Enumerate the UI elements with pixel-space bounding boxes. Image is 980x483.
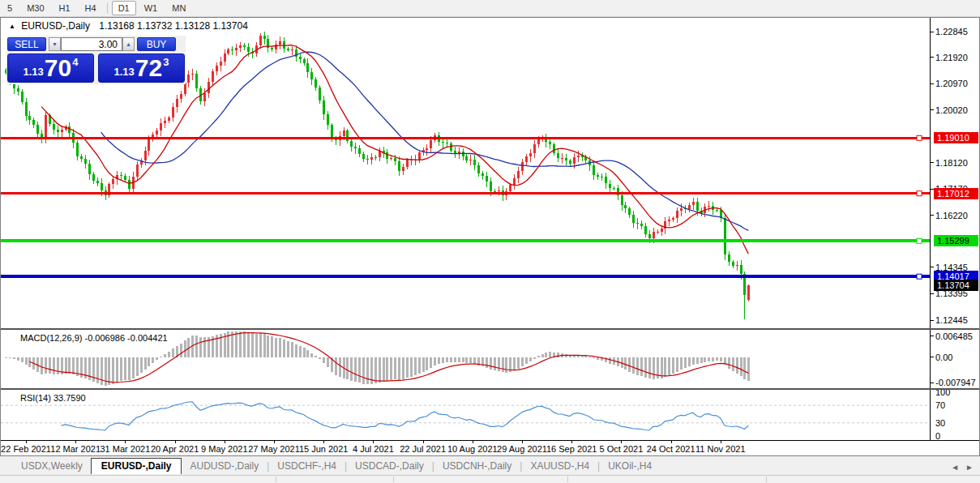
price-axis-tick <box>931 320 934 321</box>
date-axis-tick <box>721 441 721 443</box>
date-axis-tick <box>274 441 275 443</box>
timeframe-button-mn[interactable]: MN <box>165 1 192 15</box>
rsi-axis-tick-label: 30 <box>935 418 945 428</box>
date-axis-label: 12 Mar 2021 <box>47 444 104 454</box>
volume-increase-button[interactable]: ▲ <box>122 37 135 51</box>
timeframe-button-m30[interactable]: M30 <box>20 1 50 15</box>
date-axis-tick <box>175 441 176 443</box>
price-axis-tick <box>931 215 934 216</box>
timeframe-button-d1[interactable]: D1 <box>112 1 136 15</box>
chart-symbol-period: EURUSD-,Daily <box>21 20 90 32</box>
symbol-tab-audusd-daily[interactable]: AUDUSD-,Daily <box>182 458 267 474</box>
date-axis-label: 24 Oct 2021 <box>643 444 700 454</box>
date-axis-tick <box>26 441 27 443</box>
date-axis-label: 15 Jun 2021 <box>295 444 352 454</box>
rsi-canvas[interactable] <box>1 391 930 440</box>
symbol-tab-xauusd-h4[interactable]: XAUUSD-,H4 <box>522 458 597 474</box>
status-bar-divider <box>393 477 394 482</box>
symbol-tab-ukoil-h4[interactable]: UKOil-,H4 <box>600 458 660 474</box>
date-axis-label: 4 Jul 2021 <box>344 444 401 454</box>
macd-axis-tick <box>931 336 934 336</box>
buy-price-point: 3 <box>163 56 169 68</box>
price-axis-tick-label: 1.20020 <box>935 105 968 115</box>
price-axis-tick <box>931 293 934 294</box>
price-axis-tick-label: 1.12445 <box>935 315 968 325</box>
date-axis-tick <box>671 441 672 443</box>
price-axis[interactable]: 1.228451.219201.209701.200201.181201.171… <box>930 18 979 455</box>
timeframe-button-w1[interactable]: W1 <box>138 1 165 15</box>
price-axis-tick-label: 1.20970 <box>935 79 968 88</box>
tab-scroll-right-icon[interactable]: ► <box>962 463 977 472</box>
rsi-indicator-label: RSI(14) 33.7590 <box>20 393 86 403</box>
hline-price-label: 1.17012 <box>934 188 978 199</box>
status-bar-divider <box>567 477 568 482</box>
date-axis-label: 20 Apr 2021 <box>147 444 203 454</box>
date-axis-tick <box>423 441 424 443</box>
macd-axis-tick-label: 0.00 <box>935 353 952 362</box>
status-bar-divider <box>276 477 276 482</box>
tab-scroll-left-icon[interactable]: ◄ <box>948 463 962 472</box>
date-axis-tick <box>75 441 76 443</box>
macd-axis-tick <box>931 357 934 357</box>
sell-price-box[interactable]: 1.13 70 4 <box>7 53 94 83</box>
date-axis-tick <box>323 441 324 443</box>
hline-price-label: 1.19010 <box>934 132 978 143</box>
price-axis-tick-label: 1.21920 <box>935 53 968 62</box>
date-axis-tick <box>571 441 572 443</box>
date-axis-label: 27 May 2021 <box>246 444 302 454</box>
price-axis-tick-label: 1.18120 <box>935 158 968 168</box>
symbol-tab-usdx-weekly[interactable]: USDX,Weekly <box>13 458 91 474</box>
date-axis-label: 29 Aug 2021 <box>494 444 550 454</box>
rsi-pane-splitter[interactable] <box>1 388 979 390</box>
macd-axis-tick-label: 0.006485 <box>935 331 973 341</box>
chart-window: ▲ EURUSD-,Daily 1.13168 1.13732 1.13128 … <box>0 17 980 456</box>
sell-price-pips: 70 <box>45 56 71 80</box>
price-axis-tick <box>931 267 934 267</box>
volume-decrease-button[interactable]: ▼ <box>49 37 61 51</box>
date-axis-label: 10 Aug 2021 <box>444 444 501 454</box>
date-axis-tick <box>125 441 126 443</box>
status-bar-divider <box>766 477 767 482</box>
price-axis-tick-label: 1.16220 <box>935 211 968 220</box>
buy-button[interactable]: BUY <box>137 37 176 51</box>
chart-title: ▲ EURUSD-,Daily 1.13168 1.13732 1.13128 … <box>9 20 248 32</box>
date-axis-tick <box>225 441 225 443</box>
symbol-tab-usdchf-h4[interactable]: USDCHF-,H4 <box>269 458 344 474</box>
sell-price-big-figure: 1.13 <box>24 66 44 78</box>
hline-price-label: 1.15299 <box>934 235 978 246</box>
mt4-window: 5M30H1H4D1W1MN ▲ EURUSD-,Daily 1.13168 1… <box>0 0 980 483</box>
sell-price-point: 4 <box>72 56 78 68</box>
date-axis-tick <box>522 441 523 443</box>
date-axis-label: 16 Sep 2021 <box>543 444 600 454</box>
sell-button[interactable]: SELL <box>7 37 46 51</box>
macd-pane-splitter[interactable] <box>1 328 979 330</box>
toolbar-separator <box>107 2 108 14</box>
volume-input[interactable] <box>61 37 122 51</box>
timeframe-toolbar: 5M30H1H4D1W1MN <box>0 0 980 17</box>
one-click-trading-panel: SELL ▼ ▲ BUY 1.13 70 4 1.13 72 3 <box>6 36 186 84</box>
date-axis-tick <box>373 441 374 443</box>
symbol-tab-eurusd-daily[interactable]: EURUSD-,Daily <box>91 458 182 474</box>
status-bar <box>0 475 980 483</box>
collapse-panel-icon[interactable]: ▲ <box>9 23 15 30</box>
buy-price-pips: 72 <box>135 56 162 80</box>
date-axis-tick <box>621 441 622 443</box>
date-axis-label: 22 Jul 2021 <box>395 444 451 454</box>
macd-axis-tick <box>931 383 934 383</box>
buy-price-box[interactable]: 1.13 72 3 <box>98 53 185 83</box>
price-axis-tick <box>931 162 934 163</box>
timeframe-button-h1[interactable]: H1 <box>53 1 77 15</box>
symbol-tab-bar: USDX,WeeklyEURUSD-,DailyAUDUSD-,Daily|US… <box>0 457 980 474</box>
date-axis-label: 22 Feb 2021 <box>0 444 54 454</box>
price-axis-tick <box>931 57 934 58</box>
price-axis-tick <box>931 83 934 84</box>
symbol-tab-usdcnh-daily[interactable]: USDCNH-,Daily <box>434 458 520 474</box>
date-axis-label: 11 Nov 2021 <box>692 444 749 454</box>
rsi-axis-tick-label: 70 <box>935 400 945 410</box>
buy-price-big-figure: 1.13 <box>114 66 135 78</box>
timeframe-button-h4[interactable]: H4 <box>79 1 103 15</box>
price-axis-tick-label: 1.22845 <box>935 27 968 36</box>
date-axis[interactable]: 22 Feb 202112 Mar 202131 Mar 202120 Apr … <box>1 440 979 455</box>
timeframe-button-5[interactable]: 5 <box>1 1 19 15</box>
symbol-tab-usdcad-daily[interactable]: USDCAD-,Daily <box>347 458 432 474</box>
